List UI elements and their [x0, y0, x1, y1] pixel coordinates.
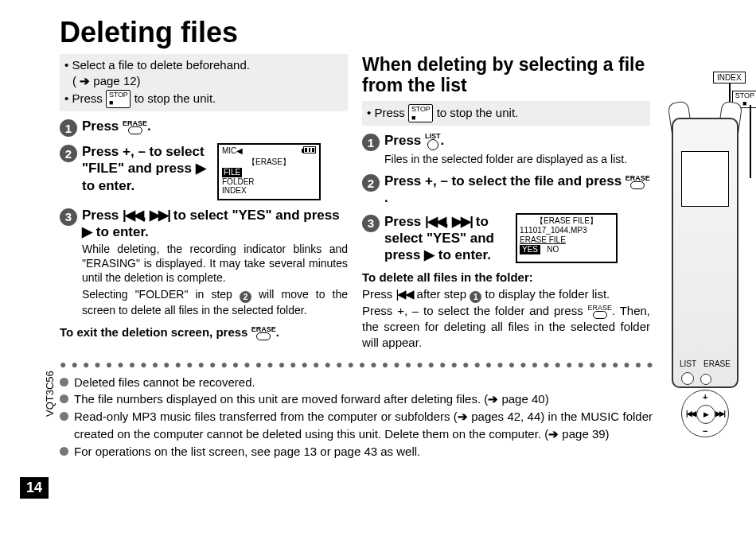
- erase-button-icon: ERASE: [587, 305, 612, 319]
- doc-code: VQT3C56: [44, 371, 56, 417]
- stop-button-icon: STOP■: [408, 104, 434, 123]
- control-pad: + −: [681, 390, 729, 437]
- lcd2-title: 【ERASE FILE】: [520, 216, 614, 226]
- ffw-icon: [715, 410, 724, 418]
- prep-line1-ref: page 12: [93, 74, 136, 87]
- prep-line2a: • Press: [64, 91, 103, 104]
- step-number-2: 2: [60, 145, 77, 162]
- lcd2-yes: YES: [520, 245, 540, 254]
- plus-icon: +: [703, 392, 707, 402]
- arrow-icon: [488, 392, 498, 406]
- r-s2: Press +, – to select the file and press: [384, 173, 625, 188]
- fd2a: Press +, – to select the folder and pres…: [362, 304, 587, 317]
- step-ref-1: 1: [470, 291, 481, 303]
- step1-lead: Press: [82, 118, 119, 134]
- note-1: Deleted files cannot be recovered.: [60, 374, 653, 391]
- list-button-icon: LIST: [425, 133, 441, 150]
- r-s1-lead: Press: [384, 133, 421, 148]
- delete-all-folder: To delete all files in the folder: Press…: [362, 270, 650, 351]
- device-screen: [681, 151, 729, 207]
- fd1b: after step: [413, 287, 470, 301]
- rew-icon: [396, 287, 414, 301]
- lcd2-erasefile: ERASE FILE: [520, 235, 614, 245]
- step-ref-2: 2: [240, 291, 251, 303]
- lcd-opt-file: FILE: [222, 168, 242, 177]
- lcd2-file: 111017_1044.MP3: [520, 226, 614, 235]
- rew-icon: [123, 208, 142, 223]
- ffw-icon: [452, 214, 472, 229]
- mic-icon: [222, 146, 243, 157]
- fd1c: to display the folder list.: [481, 287, 610, 301]
- left-column: • Select a file to delete beforehand. ( …: [60, 54, 348, 352]
- prep-line1: • Select a file to delete beforehand.: [64, 58, 250, 72]
- dev-erase-button: [700, 374, 711, 385]
- step-number-1: 1: [60, 119, 77, 137]
- rew-icon: [686, 410, 695, 418]
- step3-sub2a: Selecting "FOLDER" in step: [82, 288, 240, 301]
- erase-button-icon: ERASE: [251, 326, 276, 340]
- lcd-opt-index: INDEX: [222, 186, 247, 195]
- r-s3c: to enter.: [435, 247, 491, 262]
- folder-del-hdr: To delete all files in the folder:: [362, 270, 533, 284]
- page-number: 14: [20, 477, 49, 499]
- dev-label-list: LIST: [680, 359, 696, 368]
- prep-box-left: • Select a file to delete beforehand. ( …: [60, 54, 348, 111]
- note-2: The file numbers displayed on this unit …: [60, 390, 653, 408]
- play-icon: [424, 247, 435, 262]
- right-column: When deleting by selecting a file from t…: [362, 54, 650, 352]
- note-4: For operations on the list screen, see p…: [60, 443, 653, 460]
- page-title: Deleting files: [60, 16, 752, 49]
- step-number-3: 3: [60, 208, 77, 226]
- r-s2-end: .: [384, 190, 388, 205]
- stop-button-icon: STOP■: [106, 90, 131, 109]
- dev-label-index: INDEX: [713, 72, 746, 84]
- battery-icon: [303, 146, 316, 153]
- r-step-number-3: 3: [362, 215, 380, 232]
- dotted-divider: ●●●●●●●●●●●●●●●●●●●●●●●●●●●●●●●●●●●●●●●●…: [60, 358, 653, 371]
- play-icon: [696, 405, 715, 424]
- arrow-icon: [458, 410, 468, 423]
- step3-c: to enter.: [92, 224, 149, 239]
- lcd-opt-folder: FOLDER: [222, 177, 255, 186]
- manual-page: Deleting files • Select a file to delete…: [60, 16, 752, 460]
- device-illustration: INDEX STOP■ LIST ERASE + −: [657, 72, 753, 477]
- right-heading: When deleting by selecting a file from t…: [362, 54, 650, 96]
- arrow-icon: [548, 427, 559, 441]
- erase-button-icon: ERASE: [123, 120, 147, 134]
- minus-icon: −: [703, 426, 707, 436]
- fd1a: Press: [362, 287, 396, 301]
- step2-end: to enter.: [82, 178, 134, 193]
- step3-sub1: While deleting, the recording indicator …: [82, 242, 348, 285]
- play-icon: [82, 224, 92, 239]
- r-step-number-2: 2: [362, 174, 380, 192]
- r-prep-a: • Press: [367, 106, 405, 119]
- exit-instruction: To exit the deletion screen, press ERASE…: [60, 325, 348, 340]
- step3-a: Press: [82, 208, 123, 223]
- lcd2-no: NO: [547, 245, 559, 254]
- ffw-icon: [150, 208, 170, 223]
- notes-list: Deleted files cannot be recovered. The f…: [60, 374, 653, 460]
- lcd-erase-file: 【ERASE FILE】 111017_1044.MP3 ERASE FILE …: [516, 213, 618, 264]
- r-prep-b: to stop the unit.: [437, 106, 519, 119]
- step2-text: Press +, – to select "FILE" and press: [82, 144, 205, 176]
- device-body: [672, 118, 738, 388]
- prep-line2b: to stop the unit.: [134, 91, 216, 104]
- lcd-erase-menu: 【ERASE】 FILE FOLDER INDEX: [217, 143, 321, 200]
- dev-list-button: [681, 372, 694, 385]
- rew-icon: [425, 214, 445, 229]
- dev-label-erase: ERASE: [703, 359, 731, 368]
- erase-button-icon: ERASE: [625, 175, 650, 189]
- note-3: Read-only MP3 music files transferred fr…: [60, 408, 653, 443]
- r-s1-period: .: [441, 133, 445, 148]
- play-icon: [196, 161, 206, 176]
- prep-box-right: • Press STOP■ to stop the unit.: [362, 101, 650, 126]
- step3-b: to select "YES" and press: [170, 208, 340, 223]
- lcd-title: 【ERASE】: [222, 157, 316, 168]
- arrow-icon: [80, 74, 90, 87]
- step1-period: .: [147, 118, 151, 134]
- r-s3a: Press: [384, 214, 425, 229]
- r-s1-sub: Files in the selected folder are display…: [384, 152, 650, 166]
- r-step-number-1: 1: [362, 134, 380, 151]
